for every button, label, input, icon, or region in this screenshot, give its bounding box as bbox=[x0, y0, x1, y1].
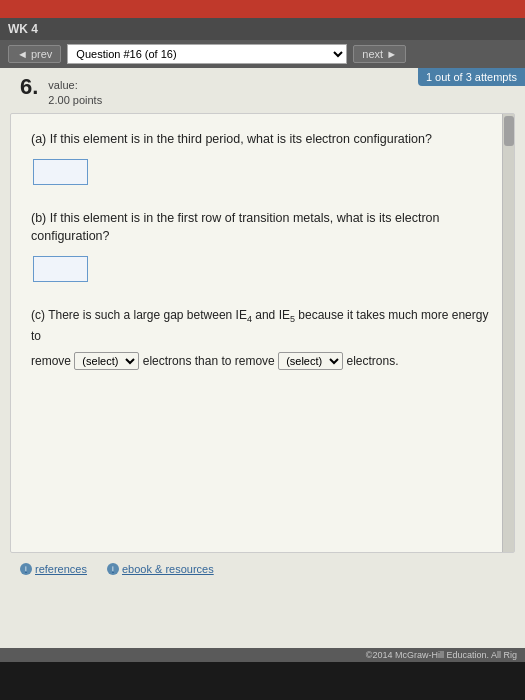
bottom-dark bbox=[0, 662, 525, 700]
ebook-link[interactable]: i ebook & resources bbox=[107, 563, 214, 575]
electrons-to-remove: electrons than to remove bbox=[143, 354, 275, 368]
main-content: 1 out of 3 attempts 6. value: 2.00 point… bbox=[0, 68, 525, 648]
value-info: value: 2.00 points bbox=[48, 76, 102, 109]
part-a-letter: (a) bbox=[31, 132, 46, 146]
scrollbar-thumb bbox=[504, 116, 514, 146]
part-c: (c) There is such a large gap between IE… bbox=[31, 306, 494, 371]
part-b-input[interactable] bbox=[33, 256, 88, 282]
part-c-row2: remove (select) electrons than to remove… bbox=[31, 352, 494, 371]
remove-label: remove bbox=[31, 354, 71, 368]
points-label: 2.00 points bbox=[48, 93, 102, 108]
part-a-text: If this element is in the third period, … bbox=[50, 132, 432, 146]
ebook-label: ebook & resources bbox=[122, 563, 214, 575]
select-1[interactable]: (select) bbox=[74, 352, 139, 370]
copyright-text: ©2014 McGraw-Hill Education. All Rig bbox=[366, 650, 517, 660]
part-a: (a) If this element is in the third peri… bbox=[31, 130, 494, 185]
question-number: 6. bbox=[20, 76, 38, 98]
part-b-letter: (b) bbox=[31, 211, 46, 225]
part-c-intro: There is such a large gap between IE4 an… bbox=[31, 308, 488, 343]
hw-label: WK 4 bbox=[8, 22, 38, 36]
references-link[interactable]: i references bbox=[20, 563, 87, 575]
header-bar: WK 4 bbox=[0, 18, 525, 40]
value-label: value: bbox=[48, 78, 102, 93]
select-2[interactable]: (select) bbox=[278, 352, 343, 370]
part-c-label: (c) bbox=[31, 308, 45, 322]
part-a-input[interactable] bbox=[33, 159, 88, 185]
prev-button[interactable]: ◄ prev bbox=[8, 45, 61, 63]
nav-bar: ◄ prev Question #16 (of 16) next ► bbox=[0, 40, 525, 68]
ebook-icon: i bbox=[107, 563, 119, 575]
part-c-text: (c) There is such a large gap between IE… bbox=[31, 306, 494, 346]
references-label: references bbox=[35, 563, 87, 575]
question-body: (a) If this element is in the third peri… bbox=[10, 113, 515, 553]
footer-links: i references i ebook & resources bbox=[0, 553, 525, 585]
next-button[interactable]: next ► bbox=[353, 45, 406, 63]
copyright-bar: ©2014 McGraw-Hill Education. All Rig bbox=[0, 648, 525, 662]
question-select[interactable]: Question #16 (of 16) bbox=[67, 44, 347, 64]
part-b: (b) If this element is in the first row … bbox=[31, 209, 494, 283]
part-b-label: (b) If this element is in the first row … bbox=[31, 209, 494, 247]
part-b-text: If this element is in the first row of t… bbox=[31, 211, 440, 244]
references-icon: i bbox=[20, 563, 32, 575]
part-a-label: (a) If this element is in the third peri… bbox=[31, 130, 494, 149]
top-bar bbox=[0, 0, 525, 18]
electrons-label: electrons. bbox=[346, 354, 398, 368]
scrollbar-track[interactable] bbox=[502, 114, 514, 552]
attempts-badge: 1 out of 3 attempts bbox=[418, 68, 525, 86]
